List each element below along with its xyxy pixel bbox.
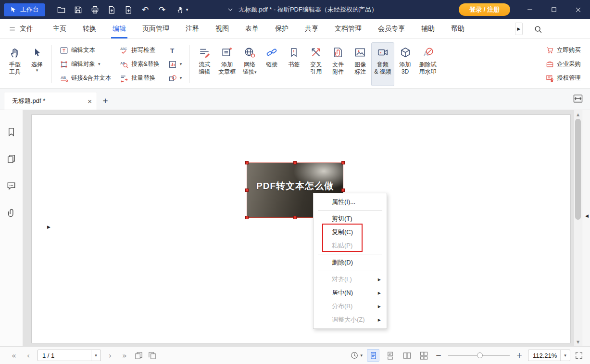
buy-now-button[interactable]: 立即购买 <box>543 44 584 57</box>
zoom-level-caret-icon[interactable]: ▾ <box>560 350 570 361</box>
comments-panel-icon[interactable] <box>5 179 18 192</box>
continuous-view-button[interactable] <box>384 349 396 362</box>
selection-handle[interactable] <box>293 216 297 219</box>
add-text-button[interactable]: T <box>165 44 185 57</box>
print-icon[interactable] <box>88 3 101 16</box>
login-register-button[interactable]: 登录 / 注册 <box>459 3 510 16</box>
selection-handle[interactable] <box>341 188 345 192</box>
zoom-slider[interactable] <box>448 355 510 356</box>
tab-page-management[interactable]: 页面管理 <box>134 19 177 38</box>
bookmark-button[interactable]: 书签 <box>283 42 305 86</box>
link-merge-text-button[interactable]: AB 链接&合并文本 <box>57 72 114 85</box>
tab-share[interactable]: 共享 <box>297 19 326 38</box>
document-tab[interactable]: 无标题.pdf * × <box>4 92 97 110</box>
selection-handle[interactable] <box>341 161 345 164</box>
tab-document-management[interactable]: 文档管理 <box>326 19 370 38</box>
tab-member-exclusive[interactable]: 会员专享 <box>370 19 413 38</box>
redo-icon[interactable]: ↷ <box>156 3 168 16</box>
facing-continuous-view-button[interactable] <box>417 349 430 362</box>
facing-view-button[interactable] <box>401 349 413 362</box>
auto-scroll-button[interactable]: ▾ <box>350 351 363 360</box>
menu-item-copy[interactable]: 复制(C) <box>314 226 387 239</box>
web-link-button[interactable]: 网络 链接▾ <box>239 42 261 86</box>
page-indicator-select[interactable]: 1 / 1 ▾ <box>38 350 101 361</box>
batch-replace-button[interactable]: 批量替换 <box>117 72 162 85</box>
open-file-icon[interactable] <box>55 3 67 16</box>
tab-close-icon[interactable]: × <box>88 98 92 105</box>
tab-convert[interactable]: 转换 <box>75 19 104 38</box>
vertical-scrollbar[interactable]: ▲ ▼ <box>574 110 582 346</box>
previous-view-icon[interactable] <box>132 350 145 361</box>
scroll-down-icon[interactable]: ▼ <box>574 338 582 346</box>
tab-comment[interactable]: 注释 <box>177 19 207 38</box>
tab-protect[interactable]: 保护 <box>267 19 297 38</box>
hand-tool-button[interactable]: 手型 工具 <box>4 42 26 86</box>
menu-item-delete[interactable]: 删除(D) <box>314 256 387 269</box>
pdf-page[interactable]: PDF转文本怎么做 <box>31 114 571 343</box>
attachments-panel-icon[interactable] <box>5 206 18 219</box>
menu-item-resize[interactable]: 调整大小(Z)▶ <box>314 313 387 326</box>
sidebar-expand-icon[interactable]: ▶ <box>47 225 50 229</box>
minimize-button[interactable] <box>518 0 542 19</box>
tab-form[interactable]: 表单 <box>237 19 267 38</box>
tab-accessibility[interactable]: 辅助 <box>413 19 443 38</box>
last-page-button[interactable]: » <box>117 351 132 360</box>
selection-handle[interactable] <box>245 161 249 164</box>
flow-edit-button[interactable]: 流式 编辑 <box>193 42 215 86</box>
zoom-out-button[interactable]: − <box>434 351 443 360</box>
menu-item-center[interactable]: 居中(N)▶ <box>314 286 387 300</box>
link-button[interactable]: 链接 <box>261 42 283 86</box>
maximize-button[interactable] <box>542 0 566 19</box>
panel-switch-icon[interactable] <box>573 93 583 104</box>
create-pdf-icon[interactable] <box>122 3 135 16</box>
save-icon[interactable] <box>72 3 84 16</box>
zoom-slider-knob[interactable] <box>477 352 483 358</box>
selection-handle[interactable] <box>245 216 249 219</box>
insert-chart-button[interactable]: ▾ <box>165 58 185 71</box>
cross-reference-button[interactable]: 交叉 引用 <box>305 42 327 86</box>
title-chevron-down-icon[interactable] <box>227 6 234 13</box>
selection-handle[interactable] <box>293 161 297 164</box>
single-page-view-button[interactable] <box>367 349 379 362</box>
select-tool-button[interactable]: 选择 ▾ <box>26 42 48 86</box>
selection-handle[interactable] <box>245 188 249 192</box>
document-canvas[interactable]: PDF转文本怎么做 属性(I)... 剪切(T) 复制(C) 粘贴(P) <box>23 110 590 346</box>
next-page-button[interactable]: › <box>103 351 117 360</box>
fit-screen-icon[interactable] <box>575 351 583 360</box>
image-annotation-button[interactable]: 图像 标注 <box>349 42 371 86</box>
search-icon[interactable] <box>532 24 544 35</box>
edit-object-button[interactable]: 编辑对象 ▾ <box>57 58 114 71</box>
tab-edit[interactable]: 编辑 <box>104 19 134 38</box>
search-replace-button[interactable]: AB 搜索&替换 <box>117 58 162 71</box>
tab-view[interactable]: 视图 <box>207 19 237 38</box>
license-management-button[interactable]: 授权管理 <box>543 72 584 85</box>
workspace-button[interactable]: 工作台 <box>4 3 45 16</box>
remove-trial-watermark-button[interactable]: A 删除试 用水印 <box>416 42 439 86</box>
edit-text-button[interactable]: 编辑文本 <box>57 44 114 57</box>
audio-video-button[interactable]: 音频 & 视频 <box>371 42 394 86</box>
add-article-box-button[interactable]: 添加 文章框 <box>215 42 239 86</box>
scroll-up-icon[interactable]: ▲ <box>574 111 582 118</box>
scrollbar-thumb[interactable] <box>575 119 581 220</box>
enterprise-purchase-button[interactable]: 企业采购 <box>543 58 584 71</box>
new-tab-button[interactable]: + <box>97 92 113 110</box>
pages-panel-icon[interactable] <box>5 152 18 165</box>
menu-item-properties[interactable]: 属性(I)... <box>314 195 387 209</box>
first-page-button[interactable]: « <box>7 351 21 360</box>
bookmarks-panel-icon[interactable] <box>5 126 18 138</box>
right-panel-collapse-icon[interactable]: ◀ <box>585 213 589 218</box>
insert-shape-button[interactable]: ▾ <box>165 72 185 85</box>
tab-home[interactable]: 主页 <box>45 19 75 38</box>
ribbon-expand-button[interactable]: ▶ <box>515 23 523 35</box>
tab-help[interactable]: 帮助 <box>443 19 473 38</box>
menu-item-align[interactable]: 对齐(L)▶ <box>314 273 387 286</box>
previous-page-button[interactable]: ‹ <box>21 351 36 360</box>
next-view-icon[interactable] <box>145 350 159 361</box>
hand-tool-quick-button[interactable]: ▾ <box>173 3 192 16</box>
undo-icon[interactable]: ↶ <box>139 3 151 16</box>
menu-item-cut[interactable]: 剪切(T) <box>314 212 387 226</box>
menu-item-paste[interactable]: 粘贴(P) <box>314 239 387 252</box>
menu-item-distribute[interactable]: 分布(B)▶ <box>314 300 387 313</box>
page-indicator-caret-icon[interactable]: ▾ <box>91 350 100 361</box>
file-attachment-button[interactable]: 文件 附件 <box>327 42 349 86</box>
